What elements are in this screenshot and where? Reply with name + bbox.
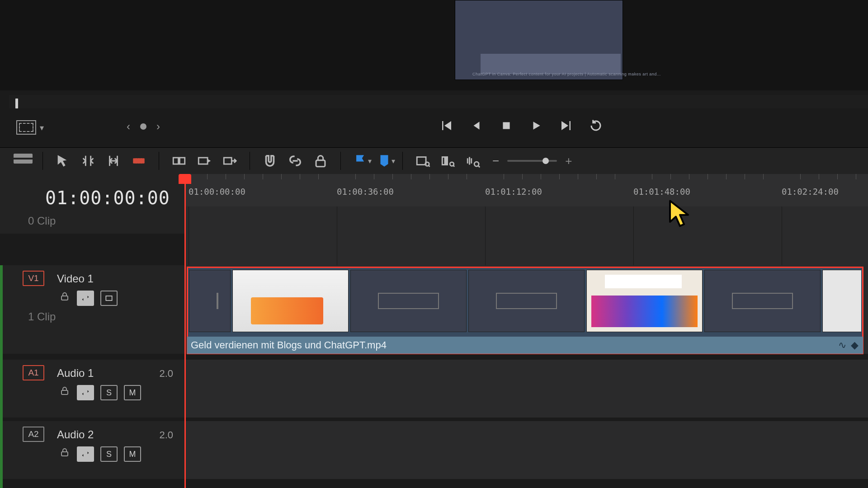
auto-select-icon[interactable] (77, 385, 94, 400)
clip-keyframe-icon[interactable]: ◆ (851, 339, 859, 351)
link-icon[interactable] (283, 152, 308, 170)
zoom-custom-icon[interactable] (461, 152, 486, 170)
svg-rect-8 (224, 158, 231, 164)
scrub-handle[interactable] (15, 99, 18, 108)
zoom-slider-track[interactable] (507, 160, 557, 162)
track-header-v1[interactable]: V1 Video 1 1 Clip (0, 265, 185, 354)
svg-rect-9 (316, 160, 325, 167)
clip-thumb (468, 270, 585, 332)
ruler-tick-label: 01:01:48:00 (633, 187, 690, 197)
clip-count-label: 0 Clip (28, 215, 56, 227)
play-button[interactable] (528, 117, 544, 134)
clip-thumb (232, 270, 349, 332)
svg-point-13 (474, 162, 479, 166)
svg-rect-4 (141, 158, 142, 163)
clip-thumbnails (189, 270, 861, 332)
clip-thumb (586, 270, 703, 332)
divider (42, 152, 43, 170)
clip-thumb (350, 270, 467, 332)
transport-row: ▾ ‹ › (0, 113, 868, 140)
loop-button[interactable] (588, 117, 604, 134)
svg-rect-6 (179, 158, 184, 164)
timeline-layout-icon[interactable] (14, 154, 35, 168)
nav-dot-icon[interactable] (140, 123, 146, 130)
track-lock-icon[interactable] (59, 385, 71, 397)
go-end-button[interactable] (558, 117, 574, 134)
auto-select-icon[interactable] (77, 291, 94, 306)
track-color-strip (0, 265, 3, 488)
divider (250, 152, 250, 170)
clip-thumb (189, 270, 231, 332)
track-channels-a2: 2.0 (159, 429, 173, 441)
track-name-v1: Video 1 (57, 272, 94, 285)
track-sublabel-v1: 1 Clip (28, 310, 56, 323)
blade-tool[interactable] (126, 152, 151, 170)
auto-select-icon[interactable] (77, 446, 94, 462)
svg-rect-16 (61, 390, 68, 394)
cursor-overlay-icon (668, 200, 692, 228)
go-start-button[interactable] (439, 117, 455, 134)
track-channels-a1: 2.0 (159, 368, 173, 380)
svg-rect-5 (173, 158, 178, 164)
lane-a1[interactable] (185, 360, 868, 418)
clip-fx-icon[interactable]: ∿ (838, 339, 846, 351)
scrub-strip[interactable] (9, 95, 868, 108)
ruler-tick-label: 01:02:24:00 (782, 187, 839, 197)
mute-button[interactable]: M (124, 446, 141, 462)
zoom-detail-icon[interactable] (435, 152, 461, 170)
viewer-image (481, 54, 621, 74)
ruler-tick-label: 01:01:12:00 (485, 187, 542, 197)
track-name-a1: Audio 1 (57, 367, 94, 380)
marker-dropdown-caret[interactable]: ▾ (392, 157, 395, 165)
dynamic-trim-tool[interactable] (101, 152, 126, 170)
zoom-in-button[interactable]: + (565, 154, 572, 168)
mute-button[interactable]: M (124, 385, 141, 400)
prev-edit-icon[interactable]: ‹ (127, 120, 130, 133)
track-enable-icon[interactable] (100, 291, 118, 306)
zoom-full-icon[interactable] (410, 152, 435, 170)
viewer-area: ChatGPT in Canva: Perfect content for yo… (0, 0, 868, 90)
track-lock-icon[interactable] (59, 291, 71, 302)
solo-button[interactable]: S (100, 385, 118, 400)
insert-clip-icon[interactable] (166, 152, 192, 170)
trim-tool[interactable] (75, 152, 101, 170)
flag-dropdown-caret[interactable]: ▾ (368, 157, 372, 165)
track-header-a2[interactable]: A2 Audio 2 2.0 S M (0, 421, 185, 479)
ruler-empty-lane (185, 206, 868, 265)
next-edit-icon[interactable]: › (156, 120, 160, 133)
clip-thumb (822, 270, 861, 332)
clip-name-bar: Geld verdienen mit Blogs und ChatGPT.mp4… (187, 337, 863, 354)
track-badge-v1[interactable]: V1 (23, 271, 44, 286)
lock-icon[interactable] (308, 152, 333, 170)
stop-button[interactable] (498, 117, 514, 134)
timeline-view-button[interactable] (16, 120, 36, 135)
svg-rect-0 (503, 122, 509, 129)
ruler-tick-label: 01:00:36:00 (337, 187, 394, 197)
track-header-a1[interactable]: A1 Audio 1 2.0 S M (0, 360, 185, 418)
track-badge-a2[interactable]: A2 (23, 427, 44, 442)
overwrite-clip-icon[interactable] (192, 152, 217, 170)
arrow-tool[interactable] (50, 152, 75, 170)
timeline-view-caret[interactable]: ▾ (40, 123, 44, 133)
svg-rect-14 (61, 296, 68, 300)
zoom-slider-knob[interactable] (542, 158, 549, 164)
viewer-frame: ChatGPT in Canva: Perfect content for yo… (455, 0, 623, 80)
video-clip[interactable]: Geld verdienen mit Blogs und ChatGPT.mp4… (187, 267, 863, 354)
toolbar: ▾ ▾ − + (0, 147, 868, 174)
replace-clip-icon[interactable] (217, 152, 242, 170)
track-badge-a1[interactable]: A1 (23, 365, 44, 380)
track-lock-icon[interactable] (59, 446, 71, 458)
lane-a2[interactable] (185, 421, 868, 479)
clip-count-row: 0 Clip (0, 206, 185, 234)
zoom-out-button[interactable]: − (492, 154, 499, 168)
svg-rect-2 (136, 158, 137, 163)
track-name-a2: Audio 2 (57, 428, 94, 441)
svg-rect-17 (61, 452, 68, 456)
snap-icon[interactable] (257, 152, 283, 170)
timecode-display: 01:00:00:00 (45, 188, 170, 208)
timeline-ruler[interactable]: 01:00:00:0001:00:36:0001:01:12:0001:01:4… (185, 174, 868, 206)
step-back-button[interactable] (468, 117, 485, 134)
solo-button[interactable]: S (100, 446, 118, 462)
ruler-tick-label: 01:00:00:00 (189, 187, 245, 197)
svg-rect-3 (138, 158, 140, 163)
